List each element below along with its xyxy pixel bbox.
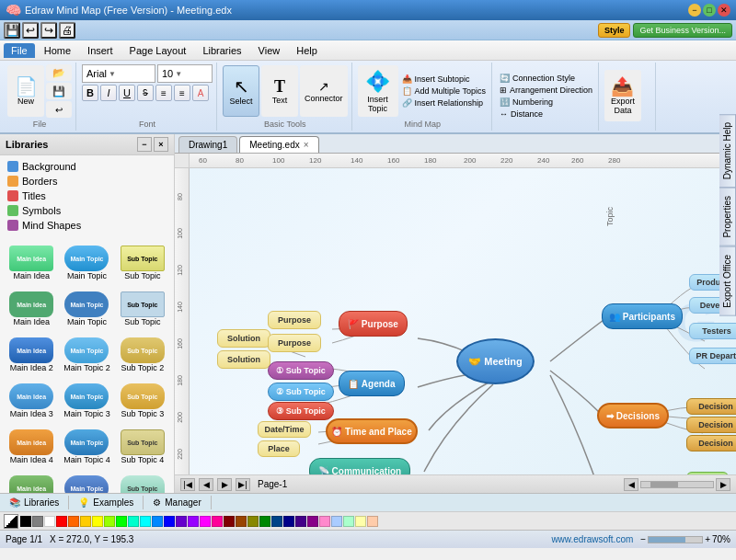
node-decisions[interactable]: ➡ Decisions (597, 403, 669, 429)
color-maroon[interactable] (224, 516, 235, 527)
node-testers[interactable]: Testers (689, 323, 736, 339)
examples-tab[interactable]: 💡 Examples (69, 496, 144, 509)
node-subtopic-2[interactable]: ② Sub Topic (268, 383, 334, 401)
node-decision-2[interactable]: Decision (686, 417, 736, 433)
arrangement-button[interactable]: ⊞ Arrangement Direction (498, 85, 594, 96)
color-light-blue[interactable] (331, 516, 342, 527)
zoom-slider[interactable] (648, 536, 703, 543)
menu-page-layout[interactable]: Page Layout (122, 43, 194, 58)
shape-sub-topic-1[interactable]: Sub Topic Sub Topic (117, 242, 168, 284)
node-decision-3[interactable]: Decision (686, 435, 736, 451)
tab-drawing1[interactable]: Drawing1 (178, 136, 237, 153)
insert-relationship-button[interactable]: 🔗 Insert Relationship (400, 97, 488, 109)
menu-libraries[interactable]: Libraries (195, 43, 248, 58)
shape-main-idea-4[interactable]: Main Idea Main Idea 3 (6, 380, 57, 422)
node-pr-dept[interactable]: PR Department (689, 348, 736, 364)
tab-meeting[interactable]: Meeting.edx × (239, 136, 318, 153)
color-light-yellow[interactable] (355, 516, 366, 527)
node-communication[interactable]: 📡 Communication (309, 458, 410, 474)
export-office-tab[interactable]: Export Office (719, 246, 736, 316)
color-purple[interactable] (188, 516, 199, 527)
lib-mind-shapes[interactable]: Mind Shapes (4, 218, 170, 233)
bold-button[interactable]: B (82, 85, 98, 101)
shape-sub-topic-4[interactable]: Sub Topic Sub Topic 3 (117, 380, 168, 422)
lib-titles[interactable]: Titles (4, 189, 170, 203)
shape-main-topic-2[interactable]: Main Topic Main Topic (61, 288, 112, 330)
lib-background[interactable]: Background (4, 159, 170, 174)
ribbon-new-button[interactable]: 📄 New (7, 65, 44, 117)
color-black[interactable] (20, 516, 31, 527)
numbering-button[interactable]: 🔢 Numbering (498, 97, 594, 108)
menu-insert[interactable]: Insert (80, 43, 121, 58)
strikethrough-button[interactable]: S̶ (137, 85, 154, 101)
menu-home[interactable]: Home (37, 43, 78, 58)
color-red[interactable] (56, 516, 67, 527)
node-subtopic-3[interactable]: ③ Sub Topic (268, 402, 334, 420)
node-solution-1[interactable]: Solution (217, 329, 270, 348)
color-white[interactable] (44, 516, 55, 527)
dynamic-help-tab[interactable]: Dynamic Help (719, 114, 736, 188)
style-button[interactable]: Style (598, 23, 631, 38)
shape-sub-topic-5[interactable]: Sub Topic Sub Topic 4 (117, 426, 168, 468)
color-cyan[interactable] (140, 516, 151, 527)
export-button[interactable]: 📤 ExportData (604, 70, 641, 121)
shape-sub-topic-2[interactable]: Sub Topic Sub Topic (117, 288, 168, 330)
shape-main-idea-3[interactable]: Main Idea Main Idea 2 (6, 334, 57, 376)
shape-main-idea-1[interactable]: Main Idea Main Idea (6, 242, 57, 284)
font-size-selector[interactable]: 10 ▼ (157, 64, 213, 83)
insert-topic-button[interactable]: 💠 InsertTopic (358, 65, 398, 117)
distance-button[interactable]: ↔ Distance (498, 109, 594, 120)
italic-button[interactable]: I (100, 85, 117, 101)
business-version-button[interactable]: Get Business Version... (633, 23, 732, 38)
color-green[interactable] (116, 516, 127, 527)
ribbon-open-button[interactable]: 📂 (46, 64, 72, 81)
insert-subtopic-button[interactable]: 📥 Insert Subtopic (400, 74, 488, 85)
color-brown[interactable] (236, 516, 247, 527)
nav-last-button[interactable]: ▶| (236, 478, 250, 491)
minimize-button[interactable]: − (688, 4, 701, 17)
nav-next-button[interactable]: ▶ (217, 478, 232, 491)
shape-main-topic-6[interactable]: Main Topic Main Topic (61, 472, 112, 493)
shape-sub-topic-6[interactable]: Sub Topic Sub Topic (117, 472, 168, 493)
color-blue[interactable] (164, 516, 175, 527)
underline-button[interactable]: U (119, 85, 135, 101)
node-solution-2b[interactable]: Solution (217, 350, 270, 369)
color-teal[interactable] (128, 516, 139, 527)
ribbon-undo-button[interactable]: ↩ (46, 101, 72, 118)
qa-print-button[interactable]: 🖨 (59, 22, 75, 39)
color-amber[interactable] (80, 516, 91, 527)
shape-main-topic-5[interactable]: Main Topic Main Topic 4 (61, 426, 112, 468)
close-button[interactable]: ✕ (718, 4, 730, 17)
color-dark-green[interactable] (259, 516, 270, 527)
shape-main-idea-6[interactable]: Main idea Main Idea (6, 472, 57, 493)
nav-prev-button[interactable]: ◀ (199, 478, 213, 491)
color-pink[interactable] (212, 516, 223, 527)
properties-tab[interactable]: Properties (719, 188, 736, 246)
color-yellow[interactable] (92, 516, 103, 527)
ribbon-save-button[interactable]: 💾 (46, 83, 72, 99)
node-decision-1[interactable]: Decision (686, 398, 736, 415)
select-tool-button[interactable]: ↖ Select (223, 65, 259, 117)
lib-borders[interactable]: Borders (4, 174, 170, 189)
shape-main-topic-1[interactable]: Main Topic Main Topic (61, 242, 112, 284)
align-center-button[interactable]: ≡ (174, 85, 190, 101)
color-navy[interactable] (271, 516, 282, 527)
panel-close-button[interactable]: × (154, 137, 168, 152)
color-light-pink[interactable] (319, 516, 330, 527)
node-time-place[interactable]: ⏰ Time and Place (326, 418, 418, 444)
color-magenta[interactable] (200, 516, 211, 527)
color-dark-blue[interactable] (283, 516, 294, 527)
connection-style-button[interactable]: 🔄 Connection Style (498, 73, 594, 84)
color-picker-icon[interactable] (4, 514, 18, 529)
nav-first-button[interactable]: |◀ (180, 478, 195, 491)
menu-view[interactable]: View (251, 43, 288, 58)
color-dark-magenta[interactable] (307, 516, 318, 527)
color-sky[interactable] (152, 516, 163, 527)
node-agenda[interactable]: 📋 Agenda (339, 371, 405, 396)
add-multiple-topics-button[interactable]: 📋 Add Multiple Topics (400, 86, 488, 97)
node-solution-2[interactable]: Purpose (268, 311, 321, 329)
scroll-right-button[interactable]: ▶ (716, 478, 730, 491)
tab-close-icon[interactable]: × (304, 140, 309, 150)
color-peach[interactable] (367, 516, 378, 527)
color-orange[interactable] (68, 516, 79, 527)
